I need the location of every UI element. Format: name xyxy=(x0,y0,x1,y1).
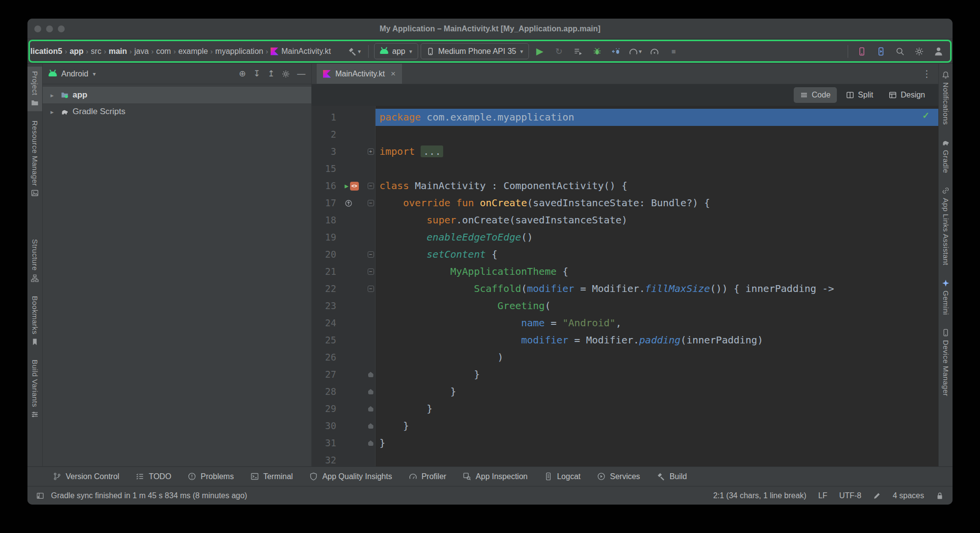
collapse-all-icon[interactable]: ↥ xyxy=(268,69,275,79)
code-line-31[interactable]: 31} xyxy=(312,435,938,452)
settings-button[interactable] xyxy=(911,43,928,60)
attach-debugger-button[interactable] xyxy=(608,43,625,60)
tool-stripe-build-variants[interactable]: Build Variants xyxy=(27,355,42,423)
tool-stripe-gradle[interactable]: Gradle xyxy=(939,134,953,177)
profiler-button[interactable]: ▾ xyxy=(627,43,644,60)
hide-panel-icon[interactable]: — xyxy=(297,69,305,79)
run-configuration-select[interactable]: app ▾ xyxy=(374,43,418,59)
chevron-right-icon[interactable]: ▸ xyxy=(50,108,57,116)
fold-marker[interactable] xyxy=(368,389,374,394)
code-line-15[interactable]: 15 xyxy=(312,160,938,177)
account-button[interactable] xyxy=(930,43,947,60)
chevron-down-icon[interactable]: ▾ xyxy=(93,71,96,77)
editor-options-kebab-icon[interactable]: ⋮ xyxy=(922,68,938,79)
tool-window-toggle-icon[interactable] xyxy=(36,492,44,500)
breadcrumb-com[interactable]: com xyxy=(155,47,172,56)
close-window-button[interactable] xyxy=(34,25,41,32)
breadcrumb-src[interactable]: src xyxy=(90,47,102,56)
toolwindow-terminal[interactable]: Terminal xyxy=(251,472,293,481)
debug-button[interactable] xyxy=(589,43,605,60)
fold-marker[interactable] xyxy=(368,440,374,446)
fold-marker[interactable] xyxy=(368,406,374,412)
run-button[interactable]: ▶ xyxy=(531,43,548,60)
code-editor[interactable]: ✓ 1package com.example.myapplication23+i… xyxy=(312,106,938,466)
tool-stripe-device-manager[interactable]: Device Manager xyxy=(939,324,953,401)
inspections-ok-check-icon[interactable]: ✓ xyxy=(922,110,930,121)
code-line-20[interactable]: 20− setContent { xyxy=(312,246,938,263)
view-mode-design[interactable]: Design xyxy=(882,87,931,103)
expand-all-icon[interactable]: ↧ xyxy=(253,69,260,79)
toolwindow-version-control[interactable]: Version Control xyxy=(53,472,119,481)
breadcrumb-myapplication[interactable]: myapplication xyxy=(214,47,264,56)
line-separator[interactable]: LF xyxy=(818,491,828,500)
chevron-right-icon[interactable]: ▸ xyxy=(50,92,57,99)
toolwindow-build[interactable]: Build xyxy=(657,472,687,481)
toolwindow-problems[interactable]: Problems xyxy=(188,472,234,481)
indent-setting[interactable]: 4 spaces xyxy=(893,491,924,500)
caret-position[interactable]: 2:1 (34 chars, 1 line break) xyxy=(713,491,806,500)
device-mirroring-button[interactable] xyxy=(854,43,870,60)
breadcrumb-example[interactable]: example xyxy=(177,47,209,56)
breadcrumb-app[interactable]: app xyxy=(69,47,84,56)
tool-stripe-notifications[interactable]: Notifications xyxy=(939,67,953,129)
run-history-button[interactable] xyxy=(570,43,586,60)
toolwindow-profiler[interactable]: Profiler xyxy=(409,472,447,481)
code-line-27[interactable]: 27 } xyxy=(312,366,938,383)
readonly-indicator-icon[interactable] xyxy=(873,492,881,500)
code-line-21[interactable]: 21− MyApplicationTheme { xyxy=(312,263,938,280)
code-line-28[interactable]: 28 } xyxy=(312,383,938,400)
code-line-18[interactable]: 18 super.onCreate(savedInstanceState) xyxy=(312,212,938,229)
device-select[interactable]: Medium Phone API 35 ▾ xyxy=(421,43,529,59)
stop-button[interactable]: ■ xyxy=(665,43,682,60)
view-mode-code[interactable]: Code xyxy=(794,87,837,103)
toolwindow-todo[interactable]: TODO xyxy=(136,472,171,481)
tool-stripe-bookmarks[interactable]: Bookmarks xyxy=(27,291,42,350)
apply-changes-button[interactable]: ↻ xyxy=(551,43,567,60)
file-encoding[interactable]: UTF-8 xyxy=(839,491,861,500)
fold-marker[interactable] xyxy=(368,372,374,377)
profiler-low-overhead-button[interactable] xyxy=(646,43,663,60)
breadcrumb-mainactivity-kt[interactable]: MainActivity.kt xyxy=(270,47,332,56)
fold-marker[interactable]: − xyxy=(368,268,374,275)
code-line-24[interactable]: 24 name = "Android", xyxy=(312,315,938,332)
search-everywhere-button[interactable] xyxy=(892,43,908,60)
tool-stripe-gemini[interactable]: Gemini xyxy=(939,275,953,319)
code-line-29[interactable]: 29 } xyxy=(312,400,938,417)
code-line-2[interactable]: 2 xyxy=(312,126,938,143)
zoom-window-button[interactable] xyxy=(58,25,65,32)
code-line-16[interactable]: 16▶<>−class MainActivity : ComponentActi… xyxy=(312,177,938,194)
fold-marker[interactable]: − xyxy=(368,286,374,292)
toolwindow-app-inspection[interactable]: App Inspection xyxy=(463,472,528,481)
code-line-30[interactable]: 30 } xyxy=(312,417,938,435)
locate-file-icon[interactable]: ⊕ xyxy=(239,69,246,79)
code-line-32[interactable]: 32 xyxy=(312,452,938,466)
tool-stripe-app-links-assistant[interactable]: App Links Assistant xyxy=(939,182,953,270)
build-options-chevron-icon[interactable]: ▾ xyxy=(358,48,361,55)
breadcrumb-lication5[interactable]: lication5 xyxy=(29,47,63,56)
toolwindow-app-quality-insights[interactable]: App Quality Insights xyxy=(309,472,392,481)
fold-marker[interactable]: − xyxy=(368,200,374,206)
tree-item-app[interactable]: ▸app xyxy=(43,87,311,103)
fold-marker[interactable]: − xyxy=(368,251,374,258)
fold-marker[interactable]: + xyxy=(368,148,374,155)
toolwindow-logcat[interactable]: Logcat xyxy=(544,472,580,481)
tab-mainactivity-kt[interactable]: MainActivity.kt × xyxy=(317,64,402,84)
minimize-window-button[interactable] xyxy=(46,25,53,32)
run-gutter-icon[interactable]: ▶ xyxy=(345,177,349,194)
code-line-25[interactable]: 25 modifier = Modifier.padding(innerPadd… xyxy=(312,332,938,349)
breadcrumb-java[interactable]: java xyxy=(133,47,150,56)
tool-stripe-project[interactable]: Project xyxy=(27,67,42,111)
override-icon[interactable] xyxy=(345,199,352,207)
code-line-26[interactable]: 26 ) xyxy=(312,349,938,366)
panel-settings-gear-icon[interactable] xyxy=(282,70,290,78)
code-line-3[interactable]: 3+import ... xyxy=(312,143,938,160)
close-tab-icon[interactable]: × xyxy=(391,69,396,79)
tool-stripe-structure[interactable]: Structure xyxy=(27,235,42,286)
code-line-17[interactable]: 17− override fun onCreate(savedInstanceS… xyxy=(312,194,938,212)
project-view-select[interactable]: Android xyxy=(61,70,88,78)
view-mode-split[interactable]: Split xyxy=(840,87,879,103)
lock-icon[interactable] xyxy=(936,492,944,500)
running-devices-button[interactable] xyxy=(873,43,889,60)
fold-marker[interactable] xyxy=(368,423,374,429)
code-line-23[interactable]: 23 Greeting( xyxy=(312,297,938,315)
